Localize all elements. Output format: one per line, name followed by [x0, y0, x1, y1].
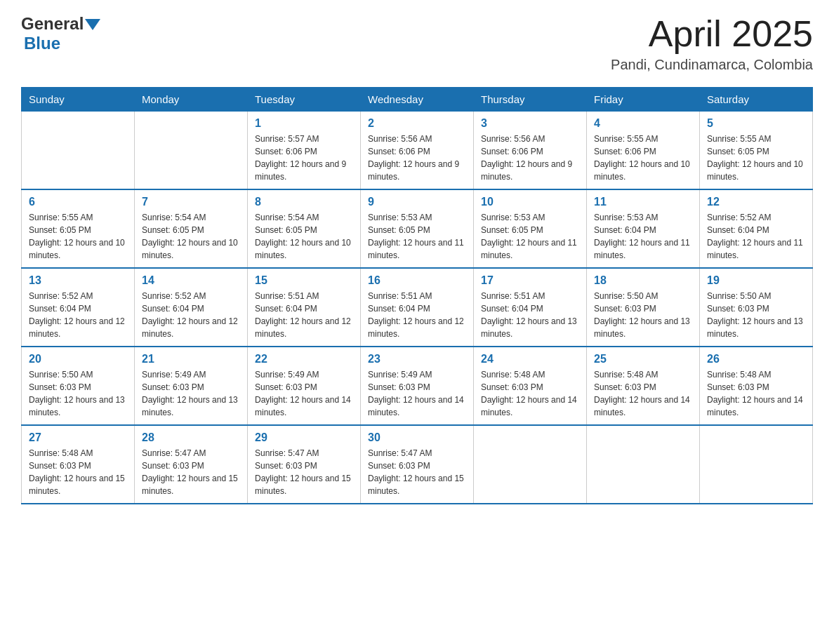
- day-info: Sunrise: 5:52 AMSunset: 6:04 PMDaylight:…: [29, 290, 127, 340]
- day-info: Sunrise: 5:52 AMSunset: 6:04 PMDaylight:…: [707, 211, 805, 262]
- day-info: Sunrise: 5:50 AMSunset: 6:03 PMDaylight:…: [707, 290, 805, 340]
- calendar-cell: 7Sunrise: 5:54 AMSunset: 6:05 PMDaylight…: [135, 189, 248, 268]
- day-number: 23: [368, 353, 466, 365]
- day-info: Sunrise: 5:53 AMSunset: 6:05 PMDaylight:…: [368, 211, 466, 262]
- calendar-cell: 3Sunrise: 5:56 AMSunset: 6:06 PMDaylight…: [474, 112, 587, 190]
- calendar-cell: [22, 112, 135, 190]
- day-number: 14: [142, 274, 240, 287]
- days-of-week-row: SundayMondayTuesdayWednesdayThursdayFrid…: [22, 88, 813, 112]
- calendar-cell: 27Sunrise: 5:48 AMSunset: 6:03 PMDayligh…: [22, 425, 135, 504]
- day-number: 19: [707, 274, 805, 287]
- calendar-body: 1Sunrise: 5:57 AMSunset: 6:06 PMDaylight…: [22, 112, 813, 504]
- day-info: Sunrise: 5:55 AMSunset: 6:06 PMDaylight:…: [594, 133, 692, 183]
- day-info: Sunrise: 5:55 AMSunset: 6:05 PMDaylight:…: [29, 211, 127, 262]
- day-number: 26: [707, 353, 805, 365]
- calendar-table: SundayMondayTuesdayWednesdayThursdayFrid…: [21, 87, 813, 504]
- day-info: Sunrise: 5:54 AMSunset: 6:05 PMDaylight:…: [142, 211, 240, 262]
- day-of-week-header: Sunday: [22, 88, 135, 112]
- day-number: 24: [481, 353, 579, 365]
- title-block: April 2025 Pandi, Cundinamarca, Colombia: [611, 14, 813, 73]
- day-info: Sunrise: 5:50 AMSunset: 6:03 PMDaylight:…: [29, 368, 127, 419]
- day-number: 9: [368, 196, 466, 208]
- calendar-cell: [474, 425, 587, 504]
- calendar-week-row: 27Sunrise: 5:48 AMSunset: 6:03 PMDayligh…: [22, 425, 813, 504]
- day-info: Sunrise: 5:54 AMSunset: 6:05 PMDaylight:…: [255, 211, 353, 262]
- day-number: 16: [368, 274, 466, 287]
- day-number: 30: [368, 431, 466, 444]
- calendar-header: SundayMondayTuesdayWednesdayThursdayFrid…: [22, 88, 813, 112]
- day-info: Sunrise: 5:47 AMSunset: 6:03 PMDaylight:…: [255, 447, 353, 497]
- page-header: General Blue April 2025 Pandi, Cundinama…: [21, 14, 813, 73]
- day-of-week-header: Saturday: [700, 88, 813, 112]
- calendar-cell: 8Sunrise: 5:54 AMSunset: 6:05 PMDaylight…: [248, 189, 361, 268]
- day-number: 4: [594, 117, 692, 130]
- day-number: 13: [29, 274, 127, 287]
- day-number: 27: [29, 431, 127, 444]
- calendar-cell: 14Sunrise: 5:52 AMSunset: 6:04 PMDayligh…: [135, 268, 248, 347]
- day-info: Sunrise: 5:48 AMSunset: 6:03 PMDaylight:…: [707, 368, 805, 419]
- logo: General Blue: [21, 14, 100, 53]
- calendar-cell: 6Sunrise: 5:55 AMSunset: 6:05 PMDaylight…: [22, 189, 135, 268]
- calendar-cell: 13Sunrise: 5:52 AMSunset: 6:04 PMDayligh…: [22, 268, 135, 347]
- calendar-cell: 16Sunrise: 5:51 AMSunset: 6:04 PMDayligh…: [361, 268, 474, 347]
- calendar-cell: 20Sunrise: 5:50 AMSunset: 6:03 PMDayligh…: [22, 347, 135, 425]
- calendar-cell: 23Sunrise: 5:49 AMSunset: 6:03 PMDayligh…: [361, 347, 474, 425]
- day-number: 15: [255, 274, 353, 287]
- svg-marker-0: [85, 19, 100, 30]
- day-info: Sunrise: 5:53 AMSunset: 6:05 PMDaylight:…: [481, 211, 579, 262]
- day-number: 28: [142, 431, 240, 444]
- day-number: 17: [481, 274, 579, 287]
- day-of-week-header: Thursday: [474, 88, 587, 112]
- day-number: 29: [255, 431, 353, 444]
- calendar-cell: [587, 425, 700, 504]
- calendar-cell: 22Sunrise: 5:49 AMSunset: 6:03 PMDayligh…: [248, 347, 361, 425]
- day-info: Sunrise: 5:56 AMSunset: 6:06 PMDaylight:…: [481, 133, 579, 183]
- day-number: 5: [707, 117, 805, 130]
- day-info: Sunrise: 5:48 AMSunset: 6:03 PMDaylight:…: [29, 447, 127, 497]
- calendar-cell: 19Sunrise: 5:50 AMSunset: 6:03 PMDayligh…: [700, 268, 813, 347]
- day-info: Sunrise: 5:49 AMSunset: 6:03 PMDaylight:…: [255, 368, 353, 419]
- day-number: 7: [142, 196, 240, 208]
- day-info: Sunrise: 5:47 AMSunset: 6:03 PMDaylight:…: [368, 447, 466, 497]
- day-info: Sunrise: 5:50 AMSunset: 6:03 PMDaylight:…: [594, 290, 692, 340]
- day-of-week-header: Wednesday: [361, 88, 474, 112]
- day-number: 3: [481, 117, 579, 130]
- day-info: Sunrise: 5:56 AMSunset: 6:06 PMDaylight:…: [368, 133, 466, 183]
- day-number: 10: [481, 196, 579, 208]
- calendar-cell: 29Sunrise: 5:47 AMSunset: 6:03 PMDayligh…: [248, 425, 361, 504]
- calendar-cell: 21Sunrise: 5:49 AMSunset: 6:03 PMDayligh…: [135, 347, 248, 425]
- logo-general-text: General: [21, 14, 84, 34]
- calendar-cell: [135, 112, 248, 190]
- day-info: Sunrise: 5:51 AMSunset: 6:04 PMDaylight:…: [255, 290, 353, 340]
- day-info: Sunrise: 5:49 AMSunset: 6:03 PMDaylight:…: [368, 368, 466, 419]
- day-number: 18: [594, 274, 692, 287]
- page-subtitle: Pandi, Cundinamarca, Colombia: [611, 57, 813, 73]
- day-info: Sunrise: 5:52 AMSunset: 6:04 PMDaylight:…: [142, 290, 240, 340]
- calendar-cell: 26Sunrise: 5:48 AMSunset: 6:03 PMDayligh…: [700, 347, 813, 425]
- day-number: 22: [255, 353, 353, 365]
- calendar-cell: 12Sunrise: 5:52 AMSunset: 6:04 PMDayligh…: [700, 189, 813, 268]
- calendar-cell: 28Sunrise: 5:47 AMSunset: 6:03 PMDayligh…: [135, 425, 248, 504]
- calendar-cell: 2Sunrise: 5:56 AMSunset: 6:06 PMDaylight…: [361, 112, 474, 190]
- day-of-week-header: Monday: [135, 88, 248, 112]
- calendar-cell: 1Sunrise: 5:57 AMSunset: 6:06 PMDaylight…: [248, 112, 361, 190]
- page-title: April 2025: [611, 14, 813, 54]
- day-info: Sunrise: 5:48 AMSunset: 6:03 PMDaylight:…: [594, 368, 692, 419]
- calendar-cell: 30Sunrise: 5:47 AMSunset: 6:03 PMDayligh…: [361, 425, 474, 504]
- calendar-cell: 9Sunrise: 5:53 AMSunset: 6:05 PMDaylight…: [361, 189, 474, 268]
- day-of-week-header: Friday: [587, 88, 700, 112]
- calendar-cell: 11Sunrise: 5:53 AMSunset: 6:04 PMDayligh…: [587, 189, 700, 268]
- calendar-cell: 10Sunrise: 5:53 AMSunset: 6:05 PMDayligh…: [474, 189, 587, 268]
- day-number: 6: [29, 196, 127, 208]
- calendar-cell: 5Sunrise: 5:55 AMSunset: 6:05 PMDaylight…: [700, 112, 813, 190]
- day-number: 25: [594, 353, 692, 365]
- day-number: 2: [368, 117, 466, 130]
- calendar-week-row: 20Sunrise: 5:50 AMSunset: 6:03 PMDayligh…: [22, 347, 813, 425]
- logo-arrow-icon: [85, 18, 100, 32]
- calendar-cell: 17Sunrise: 5:51 AMSunset: 6:04 PMDayligh…: [474, 268, 587, 347]
- day-number: 8: [255, 196, 353, 208]
- calendar-cell: 15Sunrise: 5:51 AMSunset: 6:04 PMDayligh…: [248, 268, 361, 347]
- day-number: 11: [594, 196, 692, 208]
- day-number: 21: [142, 353, 240, 365]
- day-info: Sunrise: 5:47 AMSunset: 6:03 PMDaylight:…: [142, 447, 240, 497]
